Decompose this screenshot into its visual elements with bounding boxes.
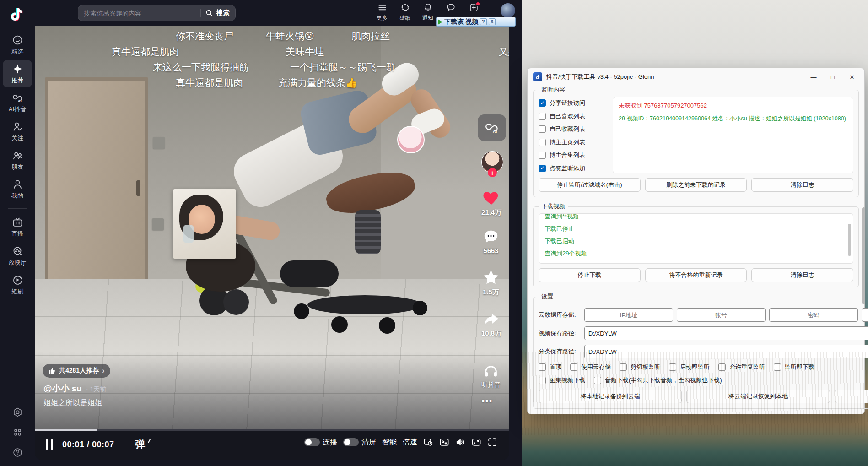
search-input[interactable] (84, 10, 196, 17)
like-button[interactable]: 21.4万 (481, 189, 501, 217)
minimize-button[interactable]: — (804, 70, 823, 84)
option-use-cloud[interactable]: 使用云存储 (570, 363, 611, 371)
sidebar-item-theater[interactable]: 放映厅 (3, 242, 32, 270)
checkbox-box[interactable] (539, 165, 546, 172)
rerecord-button[interactable]: 将不合格的重新记录 (645, 268, 747, 282)
download-video-overlay[interactable]: 下载该 视频 ? X (436, 17, 516, 27)
checkbox-author-collection[interactable]: 博主合集列表 (539, 151, 608, 159)
video-path-field[interactable] (584, 326, 868, 340)
db-password-field[interactable] (769, 308, 858, 322)
search-bar[interactable]: 搜索 (78, 5, 236, 21)
upload-button[interactable] (466, 3, 481, 12)
checkbox-box[interactable] (669, 363, 676, 371)
share-button[interactable]: 10.8万 (481, 310, 501, 338)
checkbox-box[interactable] (539, 99, 546, 107)
more-menu-button[interactable]: 更多 (374, 3, 390, 22)
option-allow-repeat[interactable]: 允许重复监听 (718, 363, 765, 371)
clear-download-log-button[interactable]: 清除日志 (751, 268, 853, 282)
overlay-help-button[interactable]: ? (480, 18, 487, 25)
option-audio-download[interactable]: 音频下载(半勾只下载音频，全勾视频也下载) (594, 376, 722, 385)
checkbox-box[interactable] (539, 139, 546, 146)
volume-icon[interactable] (455, 437, 465, 447)
picture-in-picture-icon[interactable] (439, 437, 449, 447)
sidebar-item-mine[interactable]: 我的 (3, 175, 32, 203)
maximize-button[interactable]: □ (823, 70, 842, 84)
smart-quality-button[interactable]: 智能 (382, 438, 397, 447)
stop-download-button[interactable]: 停止下载 (539, 268, 641, 282)
class-path-field[interactable] (584, 345, 868, 358)
watch-later-icon[interactable] (423, 437, 433, 447)
checkbox-my-likes[interactable]: 自己喜欢列表 (539, 112, 608, 120)
user-avatar[interactable] (501, 3, 515, 18)
checkbox-author-home[interactable]: 博主主页列表 (539, 138, 608, 146)
listen-douyin-button[interactable]: 听抖音 (481, 363, 501, 389)
sidebar-item-live[interactable]: 直播 (3, 213, 32, 241)
checkbox-box[interactable] (774, 363, 781, 371)
option-pin-top[interactable]: 置顶 (539, 363, 561, 371)
checkbox-box[interactable] (718, 363, 726, 371)
db-name-field[interactable] (862, 308, 868, 322)
author-avatar[interactable]: + (481, 151, 503, 173)
sidebar-item-short-drama[interactable]: 短剧 (3, 271, 32, 298)
clear-listen-log-button[interactable]: 清除日志 (751, 178, 853, 192)
douyin-logo[interactable] (8, 5, 27, 25)
checkbox-box[interactable] (620, 363, 627, 371)
sidebar-item-ai-douyin[interactable]: AI AI抖音 (3, 89, 32, 116)
window-scrollbar-thumb[interactable] (862, 207, 865, 304)
rail-author-avatar[interactable]: + (481, 151, 503, 173)
ai-assistant-button[interactable]: AI (478, 114, 506, 141)
checkbox-box[interactable] (570, 363, 577, 371)
fullscreen-icon[interactable] (487, 437, 497, 447)
clear-screen-toggle[interactable] (343, 438, 359, 446)
option-download-on-listen[interactable]: 监听即下载 (774, 363, 814, 371)
autoplay-toggle[interactable] (304, 438, 320, 446)
comment-button[interactable]: 5663 (481, 228, 501, 255)
checkbox-my-favorites[interactable]: 自己收藏列表 (539, 125, 608, 133)
sidebar-item-recommend[interactable]: 推荐 (3, 60, 32, 87)
danmaku-toggle-button[interactable]: 弹 (135, 438, 146, 451)
settings-gear-icon[interactable] (12, 407, 23, 417)
sidebar-item-follow[interactable]: 关注 (3, 118, 32, 145)
delete-undownloaded-button[interactable]: 删除之前未下载的记录 (645, 178, 747, 192)
stop-listen-button[interactable]: 停止监听/过滤域名(右击) (539, 178, 641, 192)
db-account-field[interactable] (677, 308, 766, 322)
help-icon[interactable] (12, 447, 23, 458)
backup-to-cloud-button[interactable]: 将本地记录备份到云端 (539, 390, 682, 403)
checkbox-box[interactable] (594, 377, 601, 384)
download-log[interactable]: 查询到**视频 下载已停止 下载已启动 查询到29个视频 (539, 213, 853, 264)
follow-plus-button[interactable]: + (488, 168, 497, 177)
pause-button[interactable] (46, 439, 53, 450)
listen-log[interactable]: 未获取到 7576877057927007562 29 视频ID：7602194… (613, 97, 853, 173)
log-scrollbar-thumb[interactable] (848, 224, 851, 256)
option-listen-on-start[interactable]: 启动即监听 (669, 363, 710, 371)
wallpaper-button[interactable]: 壁纸 (397, 3, 413, 22)
option-gallery-video[interactable]: 图集视频下载 (539, 376, 585, 385)
checkbox-box[interactable] (539, 152, 546, 159)
messages-button[interactable] (443, 3, 458, 12)
checkbox-box[interactable] (539, 125, 546, 133)
start-classify-button[interactable]: 开始分类视频(根据博主) (835, 390, 868, 403)
checkbox-box[interactable] (539, 113, 546, 120)
notifications-button[interactable]: 通知 (420, 3, 436, 22)
ellipsis-icon[interactable]: ⋯ (481, 395, 493, 407)
search-button[interactable]: 搜索 (205, 9, 230, 17)
db-ip-field[interactable] (584, 308, 673, 322)
author-name[interactable]: @小小 su (43, 383, 82, 395)
sidebar-item-featured[interactable]: 精选 (3, 31, 32, 59)
sidebar-item-friends[interactable]: 朋友 (3, 146, 32, 174)
recommend-badge[interactable]: 共4281人推荐 › (43, 364, 110, 378)
close-button[interactable]: ✕ (842, 70, 862, 84)
progress-bar[interactable] (35, 429, 509, 431)
playback-speed-button[interactable]: 倍速 (403, 438, 417, 447)
option-clipboard-listen[interactable]: 剪切板监听 (620, 363, 660, 371)
restore-from-cloud-button[interactable]: 将云端记录恢复到本地 (686, 390, 830, 403)
favorite-button[interactable]: 1.5万 (481, 268, 501, 297)
tool-titlebar[interactable]: 抖音/快手下载工具 v3.4 - 52pojie - Glenn — □ ✕ (528, 68, 864, 86)
checkbox-like-listen-add[interactable]: 点赞监听添加 (539, 164, 608, 173)
more-options-button[interactable]: ⋯ (481, 395, 493, 407)
overlay-close-button[interactable]: X (489, 18, 496, 25)
apps-grid-icon[interactable] (12, 427, 23, 438)
web-fullscreen-icon[interactable] (471, 437, 481, 447)
checkbox-box[interactable] (539, 363, 546, 371)
checkbox-box[interactable] (539, 377, 546, 384)
